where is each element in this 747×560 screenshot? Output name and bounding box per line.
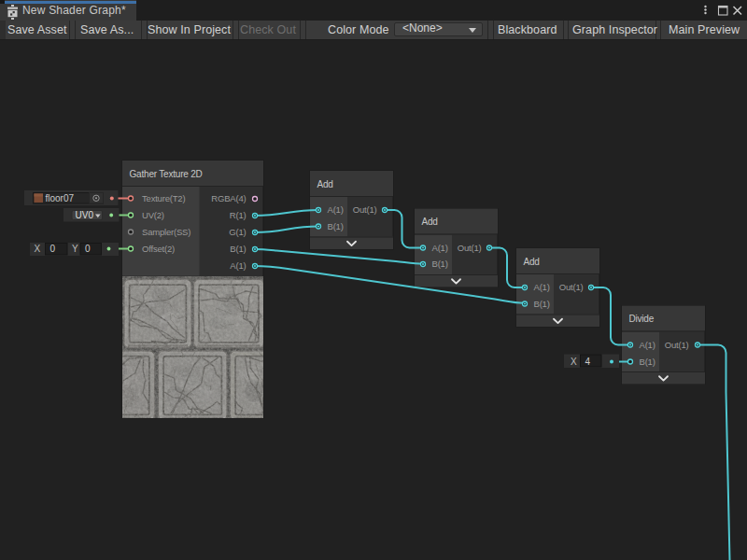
svg-text:Sampler(SS): Sampler(SS) <box>142 227 190 237</box>
svg-text:A(1): A(1) <box>230 260 246 271</box>
svg-text:A(1): A(1) <box>640 340 655 350</box>
svg-text:Add: Add <box>422 217 438 227</box>
svg-text:UV0: UV0 <box>76 210 94 220</box>
svg-text:Divide: Divide <box>629 314 655 324</box>
svg-text:Texture(T2): Texture(T2) <box>142 193 185 203</box>
svg-text:R(1): R(1) <box>230 210 247 220</box>
svg-text:RGBA(4): RGBA(4) <box>211 193 246 203</box>
svg-text:0: 0 <box>85 244 91 254</box>
svg-text:Out(1): Out(1) <box>353 204 377 215</box>
svg-text:X: X <box>35 244 41 254</box>
svg-text:B(1): B(1) <box>640 357 655 367</box>
svg-text:Y: Y <box>72 244 78 254</box>
svg-text:B(1): B(1) <box>432 259 448 269</box>
svg-text:G(1): G(1) <box>229 227 246 237</box>
svg-text:UV(2): UV(2) <box>142 210 164 220</box>
svg-text:X: X <box>571 357 577 367</box>
svg-text:B(1): B(1) <box>328 221 344 231</box>
svg-text:Add: Add <box>317 179 333 189</box>
svg-text:Out(1): Out(1) <box>559 282 584 292</box>
svg-text:Offset(2): Offset(2) <box>142 244 175 254</box>
svg-text:Out(1): Out(1) <box>458 243 482 253</box>
svg-text:0: 0 <box>50 244 56 254</box>
svg-text:Out(1): Out(1) <box>665 340 689 350</box>
svg-text:B(1): B(1) <box>230 244 246 254</box>
svg-text:A(1): A(1) <box>328 204 344 215</box>
svg-text:floor07: floor07 <box>46 193 75 203</box>
svg-text:A(1): A(1) <box>432 243 448 253</box>
svg-text:Gather Texture 2D: Gather Texture 2D <box>130 169 203 179</box>
svg-text:A(1): A(1) <box>534 282 550 292</box>
svg-text:4: 4 <box>585 357 591 367</box>
svg-text:B(1): B(1) <box>534 299 550 309</box>
svg-text:Add: Add <box>524 257 540 267</box>
